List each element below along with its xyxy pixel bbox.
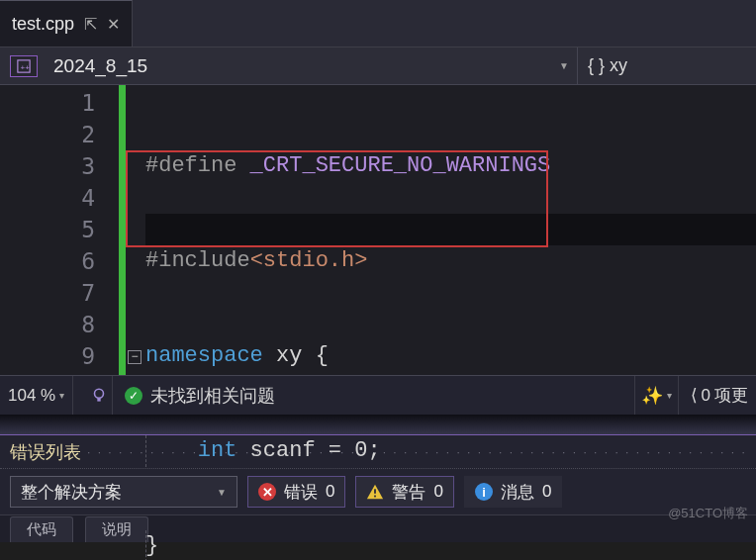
code-line: int scanf = 0; [145, 435, 756, 467]
fold-icon[interactable]: − [128, 350, 142, 364]
line-number: 1 [0, 87, 95, 119]
member-label: { } xy [588, 55, 627, 76]
line-number: 9 [0, 340, 95, 372]
editor[interactable]: 1 2 3 4 5 6 7 8 9 #define _CRT_SECURE_NO… [0, 85, 756, 375]
watermark: @51CTO博客 [668, 505, 748, 522]
code-line: #include<stdio.h> [145, 245, 756, 277]
line-number: 2 [0, 119, 95, 150]
column-header-description[interactable]: 说明 [85, 516, 148, 542]
cpp-file-icon[interactable]: ++ [10, 55, 38, 77]
svg-point-2 [94, 389, 103, 398]
svg-text:++: ++ [21, 62, 31, 71]
lightbulb-icon[interactable] [85, 376, 113, 415]
code-area[interactable]: #define _CRT_SECURE_NO_WARNINGS #include… [126, 85, 756, 375]
change-indicator [119, 85, 126, 375]
svg-rect-3 [97, 398, 100, 401]
chevron-down-icon: ▾ [59, 390, 64, 401]
line-number: 5 [0, 214, 95, 245]
error-scope-label: 整个解决方案 [21, 481, 122, 504]
line-number: 8 [0, 309, 95, 340]
line-number: 7 [0, 277, 95, 309]
check-icon: ✓ [125, 387, 142, 405]
zoom-label: 104 % [8, 386, 55, 406]
tab-bar: test.cpp ⇱ ✕ [0, 0, 756, 47]
code-line: } [145, 530, 756, 560]
close-icon[interactable]: ✕ [107, 15, 120, 34]
line-gutter: 1 2 3 4 5 6 7 8 9 [0, 85, 119, 375]
zoom-control[interactable]: 104 % ▾ [8, 376, 73, 415]
line-number: 3 [0, 150, 95, 182]
file-tab[interactable]: test.cpp ⇱ ✕ [0, 0, 133, 47]
error-list-title: 错误列表 [10, 440, 81, 464]
chevron-down-icon: ▼ [559, 60, 569, 71]
pin-icon[interactable]: ⇱ [84, 15, 97, 34]
scope-dropdown[interactable]: 2024_8_15 ▼ [46, 47, 578, 84]
code-line: #define _CRT_SECURE_NO_WARNINGS [145, 150, 756, 182]
scope-label: 2024_8_15 [53, 55, 147, 77]
tab-filename: test.cpp [12, 14, 74, 35]
code-line: −namespace xy { [145, 340, 756, 372]
column-header-code[interactable]: 代码 [10, 516, 73, 542]
line-number: 6 [0, 245, 95, 277]
navbar: ++ 2024_8_15 ▼ { } xy [0, 47, 756, 85]
line-number: 4 [0, 182, 95, 214]
member-dropdown[interactable]: { } xy [578, 47, 756, 84]
